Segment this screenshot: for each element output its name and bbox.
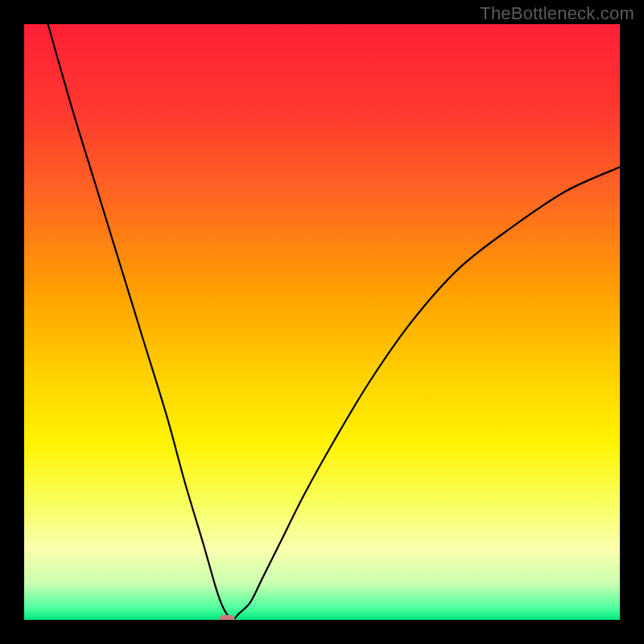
plot-svg [24,24,620,620]
plot-area [24,24,620,620]
watermark-text: TheBottleneck.com [480,3,634,24]
gradient-background [24,24,620,620]
chart-frame: TheBottleneck.com [0,0,644,644]
optimum-marker [219,615,235,620]
